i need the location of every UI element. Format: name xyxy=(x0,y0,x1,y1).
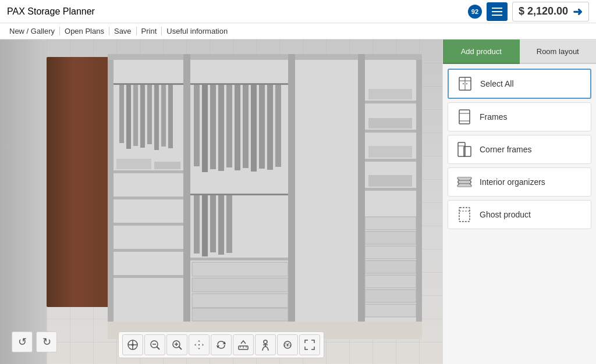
corner-frames-item[interactable]: Corner frames xyxy=(448,135,591,164)
crosshair-icon xyxy=(127,339,139,351)
svg-rect-21 xyxy=(116,159,151,169)
svg-point-80 xyxy=(264,340,267,344)
tab-add-product[interactable]: Add product xyxy=(443,40,520,64)
svg-rect-91 xyxy=(459,110,470,124)
svg-rect-7 xyxy=(113,83,183,85)
person-button[interactable] xyxy=(255,334,276,355)
frames-label: Frames xyxy=(480,112,507,122)
svg-rect-40 xyxy=(226,195,232,253)
3d-scene: ↺ ↻ xyxy=(0,40,442,364)
svg-rect-102 xyxy=(457,177,471,179)
nav-open-plans[interactable]: Open Plans xyxy=(60,27,109,35)
menu-line xyxy=(492,8,502,9)
top-view-button[interactable] xyxy=(277,334,298,355)
svg-rect-52 xyxy=(368,146,412,158)
title-pax: PAX xyxy=(7,6,25,16)
svg-rect-37 xyxy=(202,195,208,256)
interior-organizers-label: Interior organizers xyxy=(480,177,545,187)
svg-rect-16 xyxy=(113,170,183,173)
svg-point-89 xyxy=(463,83,464,84)
nav-save[interactable]: Save xyxy=(109,27,137,35)
menu-button[interactable] xyxy=(487,2,508,21)
svg-rect-17 xyxy=(113,197,183,199)
pan-button[interactable] xyxy=(189,334,210,355)
svg-rect-55 xyxy=(365,231,416,244)
viewport-toolbar xyxy=(118,331,324,358)
svg-rect-20 xyxy=(113,275,183,278)
header-right: 92 $ 2,120.00 ➜ xyxy=(468,2,589,22)
pan-icon xyxy=(193,339,205,351)
nav-print[interactable]: Print xyxy=(137,27,162,35)
svg-rect-44 xyxy=(192,294,288,308)
tab-room-layout[interactable]: Room layout xyxy=(520,40,597,64)
nav-useful-info[interactable]: Useful information xyxy=(162,27,232,35)
price-arrow-icon: ➜ xyxy=(573,5,583,19)
undo-button[interactable]: ↺ xyxy=(12,331,33,352)
svg-rect-3 xyxy=(108,54,422,60)
header: PAX Storage Planner 92 $ 2,120.00 ➜ xyxy=(0,0,596,23)
svg-rect-59 xyxy=(365,290,416,302)
svg-rect-35 xyxy=(190,194,288,195)
app-title: PAX Storage Planner xyxy=(7,6,95,17)
svg-rect-33 xyxy=(267,85,273,170)
frame-icon xyxy=(456,109,473,125)
rotate-button[interactable] xyxy=(211,334,232,355)
svg-rect-50 xyxy=(368,89,412,99)
frames-item[interactable]: Frames xyxy=(448,102,591,131)
3d-viewport[interactable]: ↺ ↻ xyxy=(0,40,442,364)
ghost-icon xyxy=(456,206,473,223)
crosshair-button[interactable] xyxy=(122,334,143,355)
svg-rect-51 xyxy=(368,118,412,129)
svg-rect-73 xyxy=(198,344,200,345)
svg-rect-56 xyxy=(365,246,416,259)
svg-rect-11 xyxy=(140,85,145,148)
svg-rect-27 xyxy=(218,85,224,171)
redo-button[interactable]: ↻ xyxy=(36,331,57,352)
left-wall xyxy=(0,40,47,364)
svg-rect-58 xyxy=(365,275,416,288)
svg-rect-49 xyxy=(365,188,416,191)
nav-new-gallery[interactable]: New / Gallery xyxy=(5,27,60,35)
svg-rect-57 xyxy=(365,260,416,273)
svg-rect-38 xyxy=(210,195,216,252)
price-display[interactable]: $ 2,120.00 ➜ xyxy=(512,2,589,22)
svg-rect-34 xyxy=(275,85,281,167)
title-rest: Storage Planner xyxy=(25,6,95,16)
svg-rect-2 xyxy=(416,54,422,322)
svg-point-90 xyxy=(466,83,467,84)
fullscreen-button[interactable] xyxy=(299,334,320,355)
svg-rect-30 xyxy=(243,85,249,168)
svg-rect-18 xyxy=(113,223,183,226)
svg-rect-45 xyxy=(192,308,288,321)
svg-rect-24 xyxy=(194,85,200,166)
svg-rect-26 xyxy=(210,85,216,169)
undo-redo-controls: ↺ ↻ xyxy=(12,331,57,352)
svg-rect-60 xyxy=(365,304,416,317)
svg-rect-41 xyxy=(190,258,288,260)
select-all-item[interactable]: Select All xyxy=(448,69,591,99)
panel-tabs: Add product Room layout xyxy=(443,40,596,64)
zoom-in-button[interactable] xyxy=(166,334,187,355)
corner-frame-icon xyxy=(456,141,473,158)
interior-organizers-item[interactable]: Interior organizers xyxy=(448,167,591,197)
svg-line-68 xyxy=(157,347,159,349)
svg-rect-13 xyxy=(154,85,159,150)
svg-rect-8 xyxy=(119,85,124,143)
svg-rect-46 xyxy=(365,101,416,104)
ghost-product-item[interactable]: Ghost product xyxy=(448,200,591,229)
ghost-product-label: Ghost product xyxy=(480,210,531,219)
zoom-out-icon xyxy=(149,339,161,351)
zoom-out-button[interactable] xyxy=(144,334,165,355)
rotate-icon xyxy=(215,339,227,351)
measure-button[interactable] xyxy=(233,334,254,355)
svg-rect-53 xyxy=(368,175,412,187)
svg-rect-97 xyxy=(458,181,471,183)
svg-rect-10 xyxy=(133,85,138,146)
svg-rect-104 xyxy=(459,208,470,222)
svg-point-85 xyxy=(287,344,289,346)
panel-items-list: Select All Frames xyxy=(443,64,596,234)
svg-rect-1 xyxy=(108,54,113,322)
svg-rect-32 xyxy=(259,85,265,169)
svg-rect-54 xyxy=(365,217,416,230)
corner-frames-label: Corner frames xyxy=(480,145,531,154)
